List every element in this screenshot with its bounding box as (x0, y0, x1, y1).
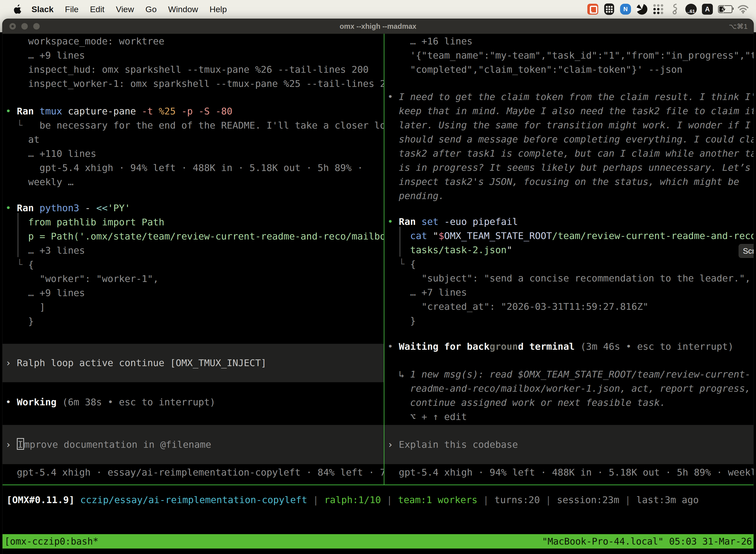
menu-item-file[interactable]: File (59, 4, 84, 14)
hud-divider-line (2, 485, 754, 485)
tree-connector (18, 213, 22, 257)
menu-bar: Slack File Edit View Go Window Help N (0, 0, 756, 18)
menu-bar-left: Slack File Edit View Go Window Help (0, 4, 233, 14)
right-cat-command-block: • Ran set -euo pipefail cat "$OMX_TEAM_S… (384, 215, 754, 328)
hex-n-icon[interactable]: N (619, 3, 632, 16)
close-button[interactable] (9, 23, 16, 30)
tmux-session-label: [omx-cczip0:bash* (2, 535, 99, 549)
working-status-line: • Working (6m 38s • esc to interrupt) (2, 395, 384, 409)
window-shortcut: ⌥⌘1 (729, 22, 748, 31)
menu-item-edit[interactable]: Edit (84, 4, 110, 14)
chat-app-icon[interactable] (586, 3, 599, 16)
left-python-command-block: • Ran python3 - <<'PY' from pathlib impo… (2, 201, 384, 328)
zoom-button[interactable] (33, 23, 40, 30)
pane-right[interactable]: … +16 lines '{"team_name":"my-team","tas… (384, 34, 754, 485)
badge-61-icon[interactable]: ..61 (685, 3, 697, 16)
pane-left[interactable]: workspace_mode: worktree … +9 lines insp… (2, 34, 384, 485)
right-thinking-block: • I need to get the claim token from the… (384, 90, 754, 203)
right-json-block: … +16 lines '{"team_name":"my-team","tas… (384, 34, 754, 77)
tmux-host-clock: "MacBook-Pro-44.local" 05:03 31-Mar-26 (542, 535, 754, 549)
menu-item-view[interactable]: View (110, 4, 140, 14)
battery-icon[interactable] (717, 3, 733, 16)
menu-item-go[interactable]: Go (140, 4, 162, 14)
right-model-status-line: gpt-5.4 xhigh · 94% left · 488K in · 5.1… (384, 465, 754, 480)
menu-item-help[interactable]: Help (204, 4, 233, 14)
terminal-content: workspace_mode: worktree … +9 lines insp… (2, 34, 754, 554)
window-title-bar[interactable]: omx --xhigh --madmax ⌥⌘1 (2, 19, 754, 34)
dots-grid-icon[interactable] (652, 3, 665, 16)
prompt-input-right[interactable]: › Explain this codebase (384, 425, 754, 464)
screen-share-overlay-button[interactable]: Scre (739, 244, 754, 258)
tmux-status-bar: [omx-cczip0:bash* "MacBook-Pro-44.local"… (2, 534, 754, 549)
minimize-button[interactable] (21, 23, 28, 30)
screen: Slack File Edit View Go Window Help N (0, 0, 756, 554)
grid-shield-icon[interactable] (603, 3, 616, 16)
waiting-status-line: • Waiting for background terminal (3m 46… (384, 340, 754, 354)
traffic-lights (2, 23, 40, 30)
kaleido-icon[interactable] (635, 3, 648, 16)
menu-item-window[interactable]: Window (163, 4, 204, 14)
left-model-status-line: gpt-5.4 xhigh · essay/ai-reimplementatio… (2, 465, 384, 480)
tree-connector (399, 227, 404, 257)
prompt-input-left[interactable]: › Improve documentation in @filename (2, 425, 384, 464)
wifi-icon[interactable] (737, 3, 750, 16)
menu-bar-status-icons: N ..61 A (586, 3, 756, 16)
serpent-icon[interactable] (668, 3, 681, 16)
terminal-window: omx --xhigh --madmax ⌥⌘1 workspace_mode:… (2, 19, 754, 554)
ralph-loop-banner: › Ralph loop active continue [OMX_TMUX_I… (2, 344, 384, 382)
window-title: omx --xhigh --madmax (339, 22, 416, 31)
omx-hud-status-line: [OMX#0.11.9] cczip/essay/ai-reimplementa… (2, 493, 754, 507)
left-log-block: workspace_mode: worktree … +9 lines insp… (2, 34, 384, 91)
menu-app-name[interactable]: Slack (26, 4, 59, 14)
left-tmux-command-block: • Ran tmux capture-pane -t %25 -p -S -80… (2, 104, 384, 189)
keyboard-a-icon[interactable]: A (701, 3, 714, 16)
right-message-block: ↳ 1 new msg(s): read $OMX_TEAM_STATE_ROO… (384, 367, 754, 424)
apple-menu-icon[interactable] (14, 4, 22, 14)
